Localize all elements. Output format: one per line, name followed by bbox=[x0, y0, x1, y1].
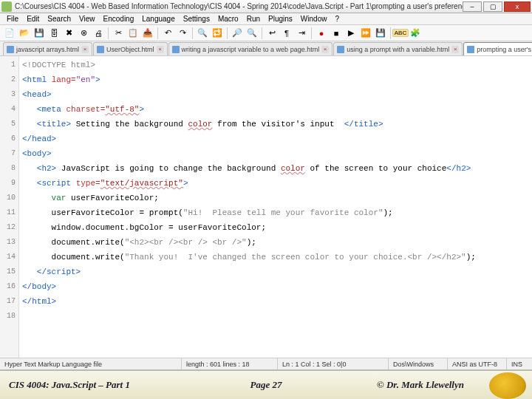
play-icon: ▶ bbox=[348, 28, 354, 38]
code-line[interactable]: <!DOCTYPE html> bbox=[22, 58, 529, 72]
menu-search[interactable]: Search bbox=[44, 14, 75, 24]
line-number: 11 bbox=[0, 205, 16, 220]
close-button[interactable]: x bbox=[504, 1, 531, 12]
document-tab[interactable]: javascript arrays.html× bbox=[3, 42, 92, 55]
window-titlebar: C:\Courses\CIS 4004 - Web Based Informat… bbox=[0, 0, 532, 13]
code-line[interactable]: window.document.bgColor = userFavoriteCo… bbox=[22, 220, 529, 235]
code-line[interactable]: </body> bbox=[22, 279, 529, 294]
document-tab[interactable]: UserObject.html× bbox=[93, 42, 168, 55]
paste-button[interactable]: 📥 bbox=[141, 27, 154, 40]
menu-bar: FileEditSearchViewEncodingLanguageSettin… bbox=[0, 13, 532, 25]
close-all-button[interactable]: ⊗ bbox=[77, 27, 90, 40]
copy-button[interactable]: 📋 bbox=[126, 27, 140, 40]
tab-label: using a prompt with a variable.html bbox=[347, 46, 449, 53]
code-line[interactable]: <head> bbox=[22, 87, 529, 102]
toolbar-separator bbox=[262, 27, 262, 39]
file-icon bbox=[97, 46, 104, 53]
menu-file[interactable]: File bbox=[3, 14, 22, 24]
code-line[interactable]: </html> bbox=[22, 294, 529, 309]
toolbar-separator bbox=[390, 27, 391, 39]
code-line[interactable]: </script> bbox=[22, 265, 529, 279]
status-encoding: ANSI as UTF-8 bbox=[448, 358, 507, 369]
status-eol: Dos\Windows bbox=[389, 358, 448, 369]
code-line[interactable]: <script type="text/javascript"> bbox=[22, 176, 529, 191]
cut-button[interactable]: ✂ bbox=[112, 27, 125, 40]
menu-macro[interactable]: Macro bbox=[214, 14, 242, 24]
menu-window[interactable]: Window bbox=[297, 14, 331, 24]
menu-settings[interactable]: Settings bbox=[180, 14, 214, 24]
code-line[interactable]: var userFavoriteColor; bbox=[22, 191, 529, 205]
close-file-button[interactable]: ✖ bbox=[62, 27, 75, 40]
open-file-button[interactable]: 📂 bbox=[18, 27, 31, 40]
macro-play-multi-button[interactable]: ⏩ bbox=[359, 27, 372, 40]
macro-stop-button[interactable]: ■ bbox=[330, 27, 343, 40]
undo-button[interactable]: ↶ bbox=[161, 27, 174, 40]
code-line[interactable]: document.write("Thank you! I've changed … bbox=[22, 250, 529, 265]
save-button[interactable]: 💾 bbox=[33, 27, 46, 40]
window-title: C:\Courses\CIS 4004 - Web Based Informat… bbox=[15, 2, 463, 10]
tab-close-icon[interactable]: × bbox=[321, 46, 329, 53]
zoom-in-button[interactable]: 🔎 bbox=[231, 27, 244, 40]
macro-save-button[interactable]: 💾 bbox=[374, 27, 387, 40]
undo-icon: ↶ bbox=[165, 28, 171, 38]
menu-edit[interactable]: Edit bbox=[23, 14, 43, 24]
document-tab[interactable]: using a prompt with a variable.html× bbox=[333, 42, 463, 55]
app-icon bbox=[1, 1, 12, 12]
zoom-out-button[interactable]: 🔍 bbox=[245, 27, 259, 40]
code-line[interactable] bbox=[22, 309, 529, 324]
plugin-button[interactable]: 🧩 bbox=[409, 27, 422, 40]
document-tab[interactable]: prompting a user's preference with a var… bbox=[463, 42, 532, 55]
document-tab[interactable]: writing a javascript variable to a web p… bbox=[168, 42, 333, 55]
menu-run[interactable]: Run bbox=[243, 14, 264, 24]
wrap-icon: ↩ bbox=[269, 28, 276, 38]
tab-close-icon[interactable]: × bbox=[81, 46, 89, 53]
tab-close-icon[interactable]: × bbox=[157, 46, 164, 53]
macro-play-button[interactable]: ▶ bbox=[344, 27, 358, 40]
replace-button[interactable]: 🔁 bbox=[211, 27, 224, 40]
print-button[interactable]: 🖨 bbox=[92, 27, 105, 40]
line-number-gutter: 123456789101112131415161718 bbox=[0, 56, 19, 358]
new-file-button[interactable]: 📄 bbox=[3, 27, 16, 40]
code-line[interactable]: <body> bbox=[22, 146, 529, 161]
code-line[interactable]: userFavoriteColor = prompt("Hi! Please t… bbox=[22, 205, 529, 220]
save-all-button[interactable]: 🗄 bbox=[47, 27, 61, 40]
line-number: 7 bbox=[0, 146, 16, 161]
line-number: 1 bbox=[0, 58, 16, 72]
line-number: 3 bbox=[0, 87, 16, 102]
line-number: 15 bbox=[0, 265, 16, 279]
menu-help[interactable]: ? bbox=[331, 14, 343, 24]
search-icon: 🔍 bbox=[197, 28, 208, 38]
line-number: 13 bbox=[0, 235, 16, 250]
run-browser-button[interactable]: ABC bbox=[394, 27, 407, 40]
code-line[interactable]: <h2> JavaScript is going to change the b… bbox=[22, 161, 529, 176]
macro-record-button[interactable]: ● bbox=[315, 27, 328, 40]
find-button[interactable]: 🔍 bbox=[196, 27, 209, 40]
folder-icon: 📂 bbox=[19, 28, 30, 38]
code-line[interactable]: <meta charset="utf-8"> bbox=[22, 102, 529, 117]
file-icon bbox=[467, 46, 474, 53]
minimize-button[interactable]: – bbox=[463, 1, 482, 12]
indent-guide-button[interactable]: ⇥ bbox=[295, 27, 308, 40]
tab-label: prompting a user's preference with a var… bbox=[477, 46, 532, 53]
menu-plugins[interactable]: Plugins bbox=[265, 14, 296, 24]
maximize-button[interactable]: ▢ bbox=[483, 1, 502, 12]
code-line[interactable]: <html lang="en"> bbox=[22, 72, 529, 87]
code-editor[interactable]: <!DOCTYPE html><html lang="en"><head> <m… bbox=[19, 56, 532, 358]
code-line[interactable]: <title> Setting the background color fro… bbox=[22, 117, 529, 132]
code-line[interactable]: </head> bbox=[22, 132, 529, 146]
paste-icon: 📥 bbox=[143, 28, 153, 38]
status-position: Ln : 1 Col : 1 Sel : 0|0 bbox=[278, 358, 389, 369]
line-number: 12 bbox=[0, 220, 16, 235]
menu-view[interactable]: View bbox=[75, 14, 99, 24]
code-line[interactable]: document.write("<h2><br /><br /> <br />"… bbox=[22, 235, 529, 250]
tab-label: UserObject.html bbox=[106, 46, 154, 53]
footer-course: CIS 4004: Java.Script – Part 1 bbox=[0, 379, 139, 391]
show-all-chars-button[interactable]: ¶ bbox=[280, 27, 293, 40]
menu-encoding[interactable]: Encoding bbox=[100, 14, 138, 24]
stop-icon: ■ bbox=[334, 29, 339, 38]
redo-button[interactable]: ↷ bbox=[176, 27, 189, 40]
tab-close-icon[interactable]: × bbox=[451, 46, 459, 53]
line-number: 8 bbox=[0, 161, 16, 176]
menu-language[interactable]: Language bbox=[138, 14, 179, 24]
wordwrap-button[interactable]: ↩ bbox=[265, 27, 279, 40]
